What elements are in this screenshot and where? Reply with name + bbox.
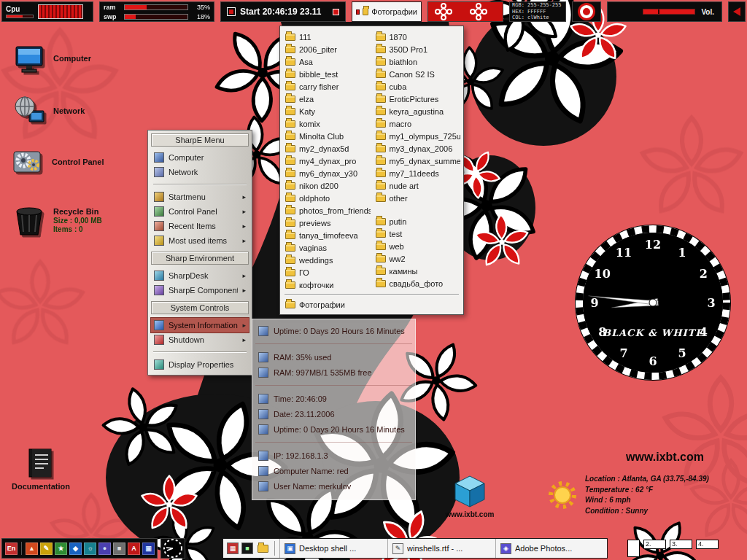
virtual-desktop-cell[interactable]: 3.	[670, 540, 692, 549]
menu-item-shutdown[interactable]: Shutdown▸	[151, 332, 249, 347]
folder-item[interactable]: komix	[283, 117, 371, 130]
tray-icon-gray-app[interactable]: ■	[113, 542, 125, 555]
menu-item-sharpdesk[interactable]: SharpDesk▸	[151, 268, 249, 283]
folder-item[interactable]: камины	[374, 265, 461, 277]
folder-item[interactable]: кофточки	[283, 279, 371, 291]
sysinfo-item[interactable]: Uptime: 0 Days 20 Hours 16 Minutes	[252, 323, 415, 338]
folder-item[interactable]: свадьба_фото	[374, 277, 461, 289]
tray-icon-blue-diamond[interactable]: ◆	[69, 542, 82, 555]
photos-toolbar-button[interactable]: Фотографии	[352, 1, 422, 22]
tray-icon-settings[interactable]: ☼	[84, 542, 96, 555]
folder-item[interactable]: putin	[374, 215, 461, 228]
folder-item[interactable]: my6_dynax_y30	[283, 167, 371, 179]
folder-item[interactable]: photos_from_friends	[283, 204, 371, 217]
menu-item-startmenu[interactable]: Startmenu▸	[151, 190, 249, 204]
volume-slider[interactable]	[643, 9, 695, 15]
folder-item[interactable]: my5_dynax_summer	[374, 155, 461, 167]
folder-item[interactable]: elza	[283, 93, 371, 105]
desktop-icon-control-panel[interactable]: Control Panel	[10, 144, 104, 179]
folder-item[interactable]: previews	[283, 217, 371, 229]
folder-item[interactable]: ГО	[283, 266, 371, 279]
folder-item[interactable]: bibble_test	[283, 68, 371, 80]
folder-item[interactable]: Minolta Club	[283, 130, 371, 142]
tray-icon-floppy[interactable]: ▣	[142, 542, 155, 555]
virtual-desktop-active-cell[interactable]	[627, 540, 640, 557]
folder-item[interactable]: 350D Pro1	[374, 43, 461, 55]
folder-item[interactable]: tanya_timofeeva	[283, 229, 371, 241]
start-button[interactable]: Start 20:46:19 23.11	[220, 1, 346, 22]
folder-item[interactable]: biathlon	[374, 55, 461, 68]
tray-icon-red-app[interactable]: ▲	[26, 542, 38, 555]
folder-item[interactable]: my3_dynax_2006	[374, 142, 461, 155]
desktop-icon-computer[interactable]: Computer	[12, 41, 91, 76]
folder-item[interactable]: my4_dynax_pro	[283, 155, 371, 167]
folder-item[interactable]: 111	[283, 31, 371, 43]
desktop-icon-documentation[interactable]: Documentation	[6, 445, 76, 491]
folder-item[interactable]: keyra_agustina	[374, 105, 461, 117]
folder-item[interactable]: cuba	[374, 80, 461, 93]
folder-item[interactable]: ww2	[374, 252, 461, 265]
sysinfo-item[interactable]: User Name: merkulov	[252, 478, 415, 494]
menu-item-display-properties[interactable]: Display Properties	[151, 357, 249, 372]
menu-item-photos-root[interactable]: Фотографии	[283, 298, 460, 311]
folder-item[interactable]: 1870	[374, 31, 461, 43]
folder-item[interactable]: weddings	[283, 254, 371, 266]
folder-item[interactable]: Asa	[283, 55, 371, 68]
folder-name: nude art	[390, 182, 419, 190]
folder-item[interactable]: vaginas	[283, 241, 371, 254]
tray-icon-pencil[interactable]: ✎	[40, 542, 53, 555]
tray-icon-ati[interactable]: A	[128, 542, 140, 555]
folder-item[interactable]: my2_dynax5d	[283, 142, 371, 155]
virtual-desktop-cell[interactable]: 2.	[643, 540, 666, 549]
analog-clock-widget[interactable]: 121234567891011 BLACK & WHITE	[573, 223, 732, 382]
folder-item[interactable]: EroticPictures	[374, 93, 461, 105]
menu-item-system-information[interactable]: System Information▸	[151, 318, 249, 332]
folder-item[interactable]: Katy	[283, 105, 371, 117]
folder-item[interactable]: oldphoto	[283, 192, 371, 204]
task-winshells-rtf[interactable]: ✎winshells.rtf - ...	[387, 539, 495, 558]
bar-scroll-button[interactable]	[728, 1, 746, 22]
folder-item[interactable]: my1_olympus_725uz	[374, 130, 461, 142]
folder-item[interactable]: 2006_piter	[283, 43, 371, 55]
folder-item[interactable]: my7_11deeds	[374, 167, 461, 179]
sysinfo-item[interactable]: IP: 192.168.1.3	[252, 448, 415, 463]
sysinfo-item[interactable]: Time: 20:46:09	[252, 391, 415, 406]
desktop-icon-network[interactable]: Network	[12, 93, 85, 128]
sysinfo-item[interactable]: Uptime: 0 Days 20 Hours 16 Minutes	[252, 421, 415, 437]
folder-item[interactable]: web	[374, 240, 461, 252]
desktop-icon-recycle-bin[interactable]: Recycle Bin Size : 0,00 MB Items : 0	[12, 203, 102, 238]
info-icon	[258, 466, 268, 476]
weather-readout: Location : Atlanta, GA (33.75,-84.39) Te…	[585, 474, 709, 516]
sharpe-logo-icon[interactable]	[580, 5, 593, 18]
sysinfo-item[interactable]: RAM: 35% used	[252, 349, 415, 365]
menu-item-network[interactable]: Network	[151, 165, 249, 179]
quicklaunch-console[interactable]: ■	[241, 542, 253, 554]
virtual-desktop-cell[interactable]: 4.	[696, 540, 719, 549]
menu-item-sharpe-components[interactable]: SharpE Components▸	[151, 283, 249, 298]
folder-item[interactable]: carry fisher	[283, 80, 371, 93]
folder-item[interactable]: Canon S2 IS	[374, 68, 461, 80]
folder-item[interactable]: nikon d200	[283, 179, 371, 192]
folder-item[interactable]: nude art	[374, 179, 461, 192]
sysinfo-item[interactable]: Computer Name: red	[252, 463, 415, 478]
task-adobe-photoshop[interactable]: ◈Adobe Photos...	[495, 539, 603, 558]
folder-item[interactable]: other	[374, 192, 461, 204]
desktop-icon-ixbt-cube[interactable]: www.ixbt.com	[435, 475, 505, 518]
quicklaunch-recycle[interactable]: ▦	[227, 542, 239, 554]
tray-icon-green-app[interactable]: ★	[55, 542, 67, 555]
folder-item[interactable]: macro	[374, 117, 461, 130]
quicklaunch-folder-icon[interactable]	[258, 545, 268, 553]
sysinfo-item[interactable]: RAM: 997MB/1 535MB free	[252, 365, 415, 380]
menu-item-control-panel[interactable]: Control Panel▸	[151, 204, 249, 219]
folder-item[interactable]: test	[374, 228, 461, 240]
weather-widget[interactable]: Location : Atlanta, GA (33.75,-84.39) Te…	[546, 474, 744, 516]
menu-item-computer[interactable]: Computer	[151, 150, 249, 165]
language-indicator[interactable]: En	[5, 542, 18, 555]
tray-icon-sphere[interactable]: ●	[98, 542, 111, 555]
task-desktop-shell[interactable]: ▣Desktop shell ...	[279, 539, 387, 558]
menu-item-recent-items[interactable]: Recent Items▸	[151, 219, 249, 233]
menu-item-most-used-items[interactable]: Most used items▸	[151, 233, 249, 248]
tray-clock-widget[interactable]	[160, 538, 185, 559]
sysinfo-item[interactable]: Date: 23.11.2006	[252, 406, 415, 421]
start-label: Start 20:46:19 23.11	[240, 7, 321, 17]
